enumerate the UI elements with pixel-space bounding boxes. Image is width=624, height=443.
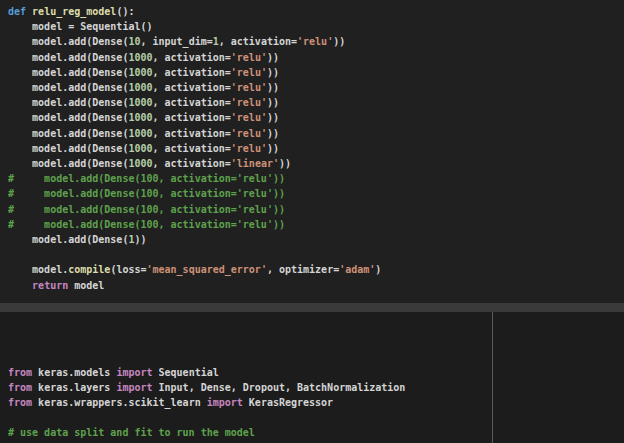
code-line[interactable]: # model.add(Dense(100, activation='relu'… xyxy=(8,217,624,232)
code-token-str: 'relu' xyxy=(231,143,267,154)
code-line[interactable]: model.add(Dense(1000, activation='relu')… xyxy=(8,65,624,80)
code-line[interactable]: from keras.wrappers.scikit_learn import … xyxy=(8,395,624,410)
code-token-plain: keras.models xyxy=(32,367,116,378)
code-token-ctrl: from xyxy=(8,367,32,378)
code-token-plain: model xyxy=(68,280,104,291)
code-token-plain: )) xyxy=(267,112,279,123)
code-token-plain: model.add(Dense( xyxy=(8,143,128,154)
code-token-str: 'relu' xyxy=(231,128,267,139)
code-line[interactable]: model.add(Dense(10, input_dim=1, activat… xyxy=(8,34,624,49)
code-line[interactable] xyxy=(8,247,624,262)
code-token-plain: )) xyxy=(279,158,291,169)
code-token-plain: model.add(Dense( xyxy=(8,52,128,63)
code-token-plain: model.add(Dense( xyxy=(8,234,128,245)
code-token-str: 'linear' xyxy=(231,158,279,169)
code-token-ctrl: from xyxy=(8,382,32,393)
code-token-plain: keras.wrappers.scikit_learn xyxy=(32,397,207,408)
code-token-com: # model.add(Dense(100, activation='relu'… xyxy=(8,204,285,215)
code-token-plain: )) xyxy=(267,82,279,93)
code-token-plain: , activation= xyxy=(153,112,231,123)
code-token-plain: model.add(Dense( xyxy=(8,82,128,93)
code-token-plain: )) xyxy=(134,234,146,245)
code-token-str: 'relu' xyxy=(231,52,267,63)
code-line[interactable]: model.add(Dense(1000, activation='relu')… xyxy=(8,95,624,110)
code-token-plain xyxy=(8,280,32,291)
code-line[interactable]: model.add(Dense(1)) xyxy=(8,232,624,247)
code-line[interactable]: def relu_reg_model(): xyxy=(8,4,624,19)
pane-divider[interactable] xyxy=(0,303,624,312)
code-token-plain: model.add(Dense( xyxy=(8,97,128,108)
code-token-ctrl: import xyxy=(116,382,152,393)
code-token-plain: , activation= xyxy=(153,82,231,93)
code-token-builtin: compile xyxy=(68,264,110,275)
code-token-plain: , activation= xyxy=(153,143,231,154)
code-token-str: 'relu' xyxy=(231,67,267,78)
code-token-plain: , activation= xyxy=(219,36,297,47)
code-token-plain: , activation= xyxy=(153,67,231,78)
code-line[interactable]: from keras.layers import Input, Dense, D… xyxy=(8,380,624,395)
code-token-num: 1000 xyxy=(128,112,152,123)
code-line[interactable]: model.add(Dense(1000, activation='relu')… xyxy=(8,126,624,141)
code-line[interactable]: model.compile(loss='mean_squared_error',… xyxy=(8,262,624,277)
code-token-plain: , activation= xyxy=(153,97,231,108)
code-token-com: # model.add(Dense(100, activation='relu'… xyxy=(8,173,285,184)
code-token-str: 'adam' xyxy=(339,264,375,275)
code-token-plain: )) xyxy=(267,128,279,139)
code-token-com: # model.add(Dense(100, activation='relu'… xyxy=(8,219,285,230)
code-line[interactable]: return model xyxy=(8,278,624,293)
code-line[interactable]: model.add(Dense(1000, activation='relu')… xyxy=(8,50,624,65)
code-token-plain: , activation= xyxy=(153,158,231,169)
code-token-plain: Input, Dense, Dropout, BatchNormalizatio… xyxy=(153,382,406,393)
code-token-plain: KerasRegressor xyxy=(243,397,333,408)
code-token-plain: )) xyxy=(267,143,279,154)
code-token-str: 'relu' xyxy=(231,82,267,93)
code-token-num: 1000 xyxy=(128,158,152,169)
code-token-str: 'mean_squared_error' xyxy=(147,264,267,275)
code-token-plain: )) xyxy=(267,97,279,108)
bottom-pane-code-area[interactable]: from keras.models import Sequentialfrom … xyxy=(0,312,624,443)
code-token-ctrl: import xyxy=(116,367,152,378)
code-token-str: 'relu' xyxy=(297,36,333,47)
code-token-plain: model. xyxy=(8,264,68,275)
code-token-plain: model.add(Dense( xyxy=(8,67,128,78)
code-token-plain: model.add(Dense( xyxy=(8,112,128,123)
code-line[interactable]: model.add(Dense(1000, activation='relu')… xyxy=(8,110,624,125)
code-token-com: # model.add(Dense(100, activation='relu'… xyxy=(8,188,285,199)
code-token-com: # use data split and fit to run the mode… xyxy=(8,427,255,438)
code-line[interactable]: model.add(Dense(1000, activation='linear… xyxy=(8,156,624,171)
code-token-plain: , activation= xyxy=(153,52,231,63)
code-token-plain: model.add(Dense( xyxy=(8,128,128,139)
code-editor: def relu_reg_model(): model = Sequential… xyxy=(0,0,624,443)
code-token-plain: )) xyxy=(267,52,279,63)
code-token-plain: model.add(Dense( xyxy=(8,36,128,47)
code-line[interactable] xyxy=(8,410,624,425)
code-line[interactable]: # use data split and fit to run the mode… xyxy=(8,425,624,440)
code-token-fname: relu_reg_model xyxy=(32,6,116,17)
code-token-plain: )) xyxy=(267,67,279,78)
code-token-ctrl: import xyxy=(207,397,243,408)
code-token-plain: , optimizer= xyxy=(267,264,339,275)
code-token-ctrl: from xyxy=(8,397,32,408)
code-token-num: 1000 xyxy=(128,82,152,93)
top-pane-code-area[interactable]: def relu_reg_model(): model = Sequential… xyxy=(0,0,624,303)
code-token-plain: model.add(Dense( xyxy=(8,158,128,169)
code-token-plain: ) xyxy=(375,264,381,275)
code-line[interactable]: # model.add(Dense(100, activation='relu'… xyxy=(8,202,624,217)
code-token-str: 'relu' xyxy=(231,97,267,108)
code-line[interactable]: model = Sequential() xyxy=(8,19,624,34)
code-line[interactable]: # model.add(Dense(100, activation='relu'… xyxy=(8,171,624,186)
code-token-plain: , activation= xyxy=(153,128,231,139)
code-token-plain: )) xyxy=(333,36,345,47)
code-token-plain: model = Sequential() xyxy=(8,21,153,32)
code-token-plain: keras.layers xyxy=(32,382,116,393)
code-token-num: 1000 xyxy=(128,67,152,78)
code-token-plain: , input_dim= xyxy=(140,36,212,47)
code-line[interactable]: # model.add(Dense(100, activation='relu'… xyxy=(8,186,624,201)
code-token-str: 'relu' xyxy=(231,112,267,123)
code-line[interactable]: model.add(Dense(1000, activation='relu')… xyxy=(8,141,624,156)
code-line[interactable]: from keras.models import Sequential xyxy=(8,365,624,380)
code-token-plain: Sequential xyxy=(153,367,219,378)
code-token-num: 1000 xyxy=(128,97,152,108)
code-token-num: 1000 xyxy=(128,52,152,63)
code-line[interactable]: model.add(Dense(1000, activation='relu')… xyxy=(8,80,624,95)
